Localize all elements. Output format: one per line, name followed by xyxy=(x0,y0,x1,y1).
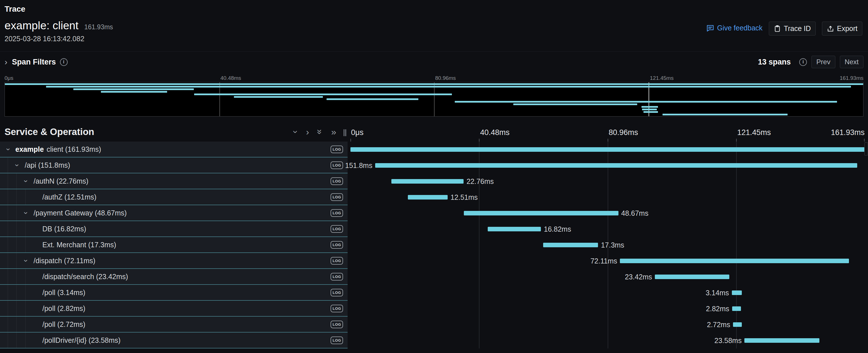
span-row[interactable]: › /authN (22.76ms) LOG 22.76ms xyxy=(0,173,868,189)
log-icon[interactable]: LOG xyxy=(331,273,343,281)
panel-resizer-handle[interactable] xyxy=(344,129,346,136)
prev-button[interactable]: Prev xyxy=(811,56,835,68)
tick-mark xyxy=(608,139,608,141)
indent-guide xyxy=(17,301,17,316)
info-icon[interactable]: i xyxy=(60,58,68,66)
give-feedback-link[interactable]: Give feedback xyxy=(706,22,763,32)
double-chevron-down-icon[interactable]: » xyxy=(315,129,324,134)
vertical-scrollbar-thumb[interactable] xyxy=(864,142,868,156)
log-icon[interactable]: LOG xyxy=(331,257,343,265)
minimap-canvas[interactable] xyxy=(4,82,864,117)
minimap-span-bar xyxy=(642,108,657,110)
span-bar-track[interactable]: 12.51ms xyxy=(350,189,865,205)
span-row[interactable]: Ext. Merchant (17.3ms) LOG 17.3ms xyxy=(0,237,868,253)
span-bar-track[interactable]: 17.3ms xyxy=(350,237,865,253)
chevron-down-icon[interactable]: › xyxy=(22,208,30,218)
span-bar[interactable] xyxy=(350,147,865,152)
span-bar-track[interactable] xyxy=(350,141,865,157)
span-filters-label[interactable]: Span Filters xyxy=(12,58,56,66)
span-bar[interactable] xyxy=(733,322,742,327)
span-name-cell[interactable]: DB (16.82ms) LOG xyxy=(0,221,348,237)
span-bar[interactable] xyxy=(391,179,464,184)
span-name-cell[interactable]: › example client (161.93ms) LOG xyxy=(0,141,348,157)
log-icon[interactable]: LOG xyxy=(331,241,343,249)
span-row[interactable]: /poll (2.82ms) LOG 2.82ms xyxy=(0,301,868,317)
span-bar[interactable] xyxy=(655,275,729,279)
span-row[interactable]: /authZ (12.51ms) LOG 12.51ms xyxy=(0,189,868,205)
span-name-cell[interactable]: Ext. Merchant (17.3ms) LOG xyxy=(0,237,348,253)
span-row[interactable]: › /payment Gateway (48.67ms) LOG 48.67ms xyxy=(0,205,868,221)
span-bar-track[interactable]: 3.14ms xyxy=(350,285,865,301)
log-icon[interactable]: LOG xyxy=(331,146,343,153)
export-button[interactable]: Export xyxy=(822,22,862,35)
span-bar-track[interactable]: 22.76ms xyxy=(350,173,865,189)
span-bar-track[interactable]: 72.11ms xyxy=(350,253,865,269)
timeline-header: Service & Operation › › » » 0μs 40.48ms … xyxy=(0,122,868,141)
span-bar[interactable] xyxy=(464,211,618,216)
span-bar-track[interactable]: 2.82ms xyxy=(350,301,865,317)
chevron-down-icon[interactable]: › xyxy=(22,256,30,265)
span-name-cell[interactable]: /pollDriver/{id} (23.58ms) LOG xyxy=(0,332,348,348)
indent-guide xyxy=(25,269,26,284)
span-bar-track[interactable]: 23.58ms xyxy=(350,332,865,348)
span-bar-track[interactable]: 16.82ms xyxy=(350,221,865,237)
chevron-down-icon[interactable]: › xyxy=(13,160,21,170)
log-icon[interactable]: LOG xyxy=(331,289,343,296)
span-operation-name: /dispatch/search (23.42ms) xyxy=(42,272,128,281)
log-icon[interactable]: LOG xyxy=(331,178,343,185)
span-name-cell[interactable]: › /authN (22.76ms) LOG xyxy=(0,173,348,189)
chevron-down-icon[interactable]: › xyxy=(4,145,12,154)
span-bar[interactable] xyxy=(620,259,849,263)
span-name-cell[interactable]: /poll (2.72ms) LOG xyxy=(0,317,348,332)
double-chevron-right-icon[interactable]: » xyxy=(331,127,336,136)
span-row[interactable]: /dispatch/search (23.42ms) LOG 23.42ms xyxy=(0,269,868,285)
span-bar[interactable] xyxy=(488,227,541,231)
log-icon[interactable]: LOG xyxy=(331,225,343,233)
indent-guide xyxy=(25,189,26,205)
span-row[interactable]: › /api (151.8ms) LOG 151.8ms xyxy=(0,157,868,173)
chevron-right-icon[interactable]: › xyxy=(306,127,309,136)
chevron-down-icon[interactable]: › xyxy=(22,176,30,186)
span-bar-track[interactable]: 151.8ms xyxy=(350,157,865,173)
chevron-right-icon[interactable]: › xyxy=(4,58,7,66)
indent-guide xyxy=(8,285,8,300)
span-name-cell[interactable]: › /payment Gateway (48.67ms) LOG xyxy=(0,205,348,221)
log-icon[interactable]: LOG xyxy=(331,336,343,344)
info-icon[interactable]: i xyxy=(799,58,807,66)
service-operation-title: Service & Operation xyxy=(4,126,94,137)
log-icon[interactable]: LOG xyxy=(331,321,343,328)
trace-id-button[interactable]: Trace ID xyxy=(769,22,816,35)
span-duration-label: 72.11ms xyxy=(590,257,617,265)
span-row[interactable]: › /dispatch (72.11ms) LOG 72.11ms xyxy=(0,253,868,269)
span-bar[interactable] xyxy=(375,163,857,168)
span-bar-track[interactable]: 48.67ms xyxy=(350,205,865,221)
span-bar-track[interactable]: 2.72ms xyxy=(350,317,865,332)
span-name-cell[interactable]: /authZ (12.51ms) LOG xyxy=(0,189,348,205)
span-name-cell[interactable]: › /api (151.8ms) LOG xyxy=(0,157,348,173)
indent-guide xyxy=(25,301,26,316)
span-row[interactable]: /pollDriver/{id} (23.58ms) LOG 23.58ms xyxy=(0,332,868,348)
log-icon[interactable]: LOG xyxy=(331,305,343,312)
span-row[interactable]: DB (16.82ms) LOG 16.82ms xyxy=(0,221,868,237)
chevron-down-icon[interactable]: › xyxy=(291,130,301,134)
log-icon[interactable]: LOG xyxy=(331,193,343,201)
log-icon[interactable]: LOG xyxy=(331,209,343,217)
span-bar-track[interactable]: 23.42ms xyxy=(350,269,865,285)
span-row[interactable]: /poll (2.72ms) LOG 2.72ms xyxy=(0,317,868,332)
span-row[interactable]: › example client (161.93ms) LOG xyxy=(0,141,868,157)
span-name-cell[interactable]: /poll (2.82ms) LOG xyxy=(0,301,348,317)
indent-guide xyxy=(8,301,8,316)
span-bar[interactable] xyxy=(732,290,742,295)
span-name-cell[interactable]: /poll (3.14ms) LOG xyxy=(0,285,348,301)
span-bar[interactable] xyxy=(408,195,447,199)
span-bar[interactable] xyxy=(744,338,819,343)
span-name-cell[interactable]: /dispatch/search (23.42ms) LOG xyxy=(0,269,348,285)
minimap-span-bar xyxy=(642,106,658,108)
log-icon[interactable]: LOG xyxy=(331,161,343,169)
next-button[interactable]: Next xyxy=(840,56,864,68)
indent-guide xyxy=(8,269,8,284)
span-row[interactable]: /poll (3.14ms) LOG 3.14ms xyxy=(0,285,868,301)
span-name-cell[interactable]: › /dispatch (72.11ms) LOG xyxy=(0,253,348,269)
span-bar[interactable] xyxy=(543,243,598,247)
span-bar[interactable] xyxy=(732,307,741,311)
